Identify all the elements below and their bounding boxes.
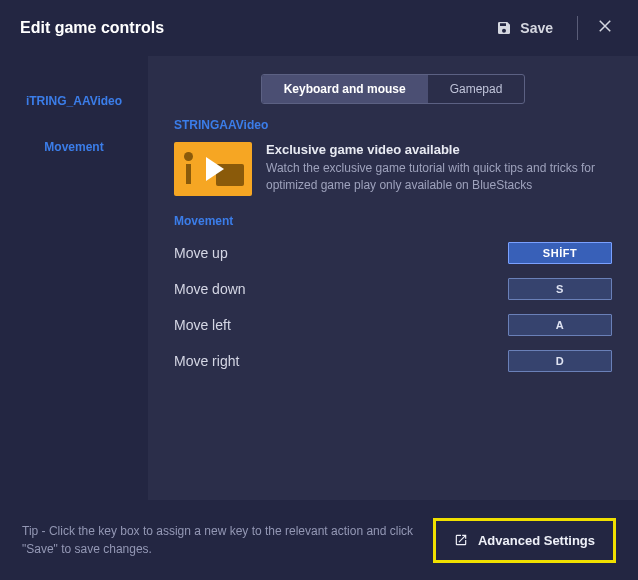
body: iTRING_AAVideo Movement Keyboard and mou… [0,56,638,500]
save-button[interactable]: Save [486,14,563,42]
keybox-move-up[interactable]: SHİFT [508,242,612,264]
keybox-move-down[interactable]: S [508,278,612,300]
binding-label-move-left: Move left [174,317,231,333]
sidebar: iTRING_AAVideo Movement [0,56,148,500]
tab-gamepad[interactable]: Gamepad [428,75,525,103]
save-label: Save [520,20,553,36]
video-card[interactable]: Exclusive game video available Watch the… [174,142,612,196]
video-title: Exclusive game video available [266,142,612,157]
tabs: Keyboard and mouse Gamepad [261,74,526,104]
binding-row: Move down S [174,278,612,300]
video-description: Watch the exclusive game tutorial with q… [266,160,612,195]
save-icon [496,20,512,36]
tabs-row: Keyboard and mouse Gamepad [148,56,638,118]
keybox-move-right[interactable]: D [508,350,612,372]
close-button[interactable] [592,13,618,43]
tab-keyboard-mouse[interactable]: Keyboard and mouse [262,75,428,103]
content: STRINGAAVideo Exclusive game video avail… [148,118,638,500]
movement-section-title: Movement [174,214,612,228]
sidebar-item-video[interactable]: iTRING_AAVideo [0,84,148,118]
footer-tip: Tip - Click the key box to assign a new … [22,522,417,558]
play-icon [206,157,224,181]
advanced-settings-button[interactable]: Advanced Settings [433,518,616,563]
video-info: Exclusive game video available Watch the… [266,142,612,195]
close-icon [596,17,614,35]
keybox-move-left[interactable]: A [508,314,612,336]
binding-row: Move left A [174,314,612,336]
header: Edit game controls Save [0,0,638,56]
binding-row: Move up SHİFT [174,242,612,264]
binding-label-move-right: Move right [174,353,239,369]
video-thumbnail [174,142,252,196]
footer: Tip - Click the key box to assign a new … [0,500,638,580]
binding-label-move-down: Move down [174,281,246,297]
settings-icon [454,533,468,547]
main: Keyboard and mouse Gamepad STRINGAAVideo… [148,56,638,500]
page-title: Edit game controls [20,19,486,37]
advanced-settings-label: Advanced Settings [478,533,595,548]
binding-label-move-up: Move up [174,245,228,261]
header-divider [577,16,578,40]
binding-row: Move right D [174,350,612,372]
sidebar-item-movement[interactable]: Movement [0,130,148,164]
video-section-title: STRINGAAVideo [174,118,612,132]
